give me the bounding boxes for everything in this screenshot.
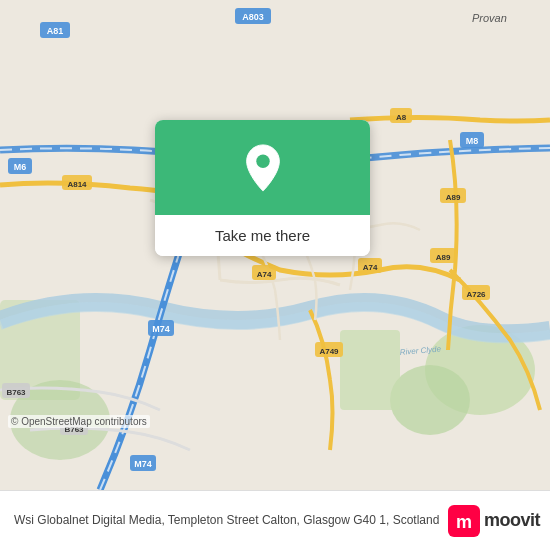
svg-text:A74: A74 [363, 263, 378, 272]
svg-text:A89: A89 [436, 253, 451, 262]
svg-text:M8: M8 [466, 136, 479, 146]
svg-text:Provan: Provan [472, 12, 507, 24]
svg-text:A74: A74 [257, 270, 272, 279]
svg-point-2 [390, 365, 470, 435]
navigation-card: Take me there [155, 120, 370, 256]
svg-text:A8: A8 [396, 113, 407, 122]
svg-text:A726: A726 [466, 290, 486, 299]
svg-text:A814: A814 [67, 180, 87, 189]
svg-text:A81: A81 [47, 26, 64, 36]
address-text: Wsi Globalnet Digital Media, Templeton S… [14, 512, 448, 529]
svg-text:M74: M74 [134, 459, 152, 469]
take-me-there-button[interactable]: Take me there [155, 215, 370, 256]
map-container: River Clyde A81 [0, 0, 550, 490]
location-pin-icon [241, 143, 285, 193]
svg-text:A803: A803 [242, 12, 264, 22]
moovit-logo: m moovit [448, 505, 540, 537]
card-green-header [155, 120, 370, 215]
svg-text:M74: M74 [152, 324, 170, 334]
svg-text:A89: A89 [446, 193, 461, 202]
svg-text:m: m [456, 512, 472, 532]
svg-text:B763: B763 [6, 388, 26, 397]
svg-rect-5 [340, 330, 400, 410]
svg-text:M6: M6 [14, 162, 27, 172]
copyright-text: © OpenStreetMap contributors [8, 415, 150, 428]
bottom-bar: Wsi Globalnet Digital Media, Templeton S… [0, 490, 550, 550]
moovit-brand-icon: m [448, 505, 480, 537]
svg-text:A749: A749 [319, 347, 339, 356]
svg-point-50 [256, 154, 269, 167]
moovit-text: moovit [484, 510, 540, 531]
